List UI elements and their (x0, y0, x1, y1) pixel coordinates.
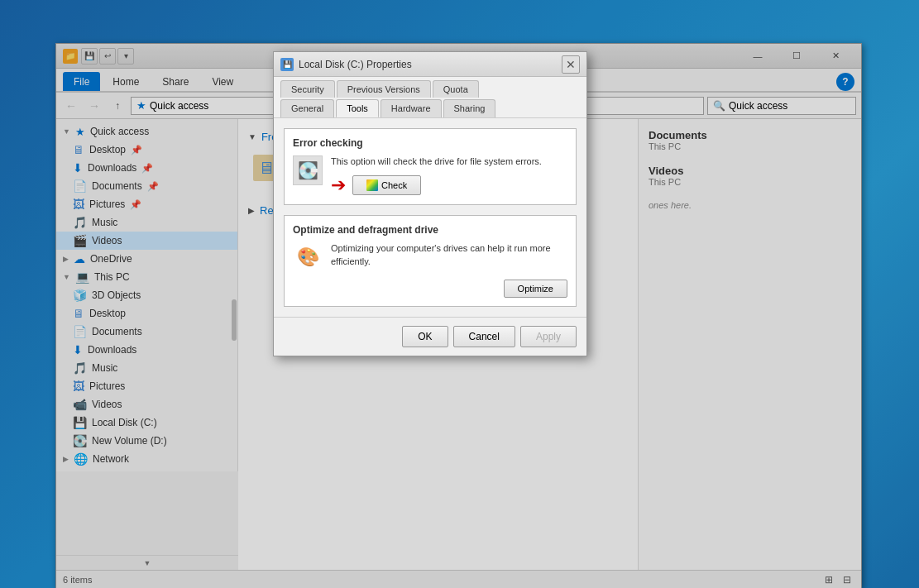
tab-sharing[interactable]: Sharing (443, 99, 496, 117)
dialog-footer: OK Cancel Apply (274, 317, 586, 356)
red-arrow-icon: ➔ (331, 174, 346, 196)
tab-previous-versions[interactable]: Previous Versions (337, 80, 431, 98)
check-button[interactable]: Check (352, 175, 421, 195)
error-checking-section: Error checking 💽 This option will check … (284, 128, 577, 205)
optimize-icon: 🎨 (293, 242, 323, 272)
dialog-tabs-row1: Security Previous Versions Quota (280, 80, 580, 98)
optimize-title: Optimize and defragment drive (293, 224, 567, 236)
dialog-close-button[interactable]: ✕ (562, 55, 580, 74)
arrow-and-button: ➔ Check (331, 174, 567, 196)
hard-drive-icon: 💽 (293, 155, 323, 185)
dialog-tabs-row2: General Tools Hardware Sharing (280, 99, 580, 117)
shield-icon (366, 179, 378, 191)
error-text-area: This option will check the drive for fil… (331, 155, 567, 196)
tab-quota[interactable]: Quota (433, 80, 479, 98)
dialog-content: Error checking 💽 This option will check … (274, 117, 586, 317)
tab-hardware[interactable]: Hardware (381, 99, 442, 117)
tab-security[interactable]: Security (280, 80, 335, 98)
optimize-inner: 🎨 Optimizing your computer's drives can … (293, 242, 567, 275)
check-button-label: Check (381, 180, 407, 190)
tab-general[interactable]: General (280, 99, 334, 117)
error-check-inner: 💽 This option will check the drive for f… (293, 155, 567, 196)
optimize-section: Optimize and defragment drive 🎨 Optimizi… (284, 215, 577, 307)
dialog-title: Local Disk (C:) Properties (299, 59, 557, 70)
optimize-button[interactable]: Optimize (504, 280, 567, 298)
optimize-description: Optimizing your computer's drives can he… (331, 242, 567, 268)
properties-dialog: 💾 Local Disk (C:) Properties ✕ Security … (273, 51, 587, 356)
dialog-tabs: Security Previous Versions Quota General… (274, 77, 586, 117)
error-description: This option will check the drive for fil… (331, 155, 567, 168)
tab-tools[interactable]: Tools (336, 99, 379, 117)
dialog-icon: 💾 (280, 58, 294, 71)
optimize-text-area: Optimizing your computer's drives can he… (331, 242, 567, 275)
dialog-title-bar: 💾 Local Disk (C:) Properties ✕ (274, 52, 586, 77)
ok-button[interactable]: OK (402, 326, 448, 347)
error-checking-title: Error checking (293, 137, 567, 149)
dialog-overlay: 💾 Local Disk (C:) Properties ✕ Security … (0, 0, 919, 588)
apply-button[interactable]: Apply (520, 326, 577, 347)
cancel-button[interactable]: Cancel (453, 326, 515, 347)
